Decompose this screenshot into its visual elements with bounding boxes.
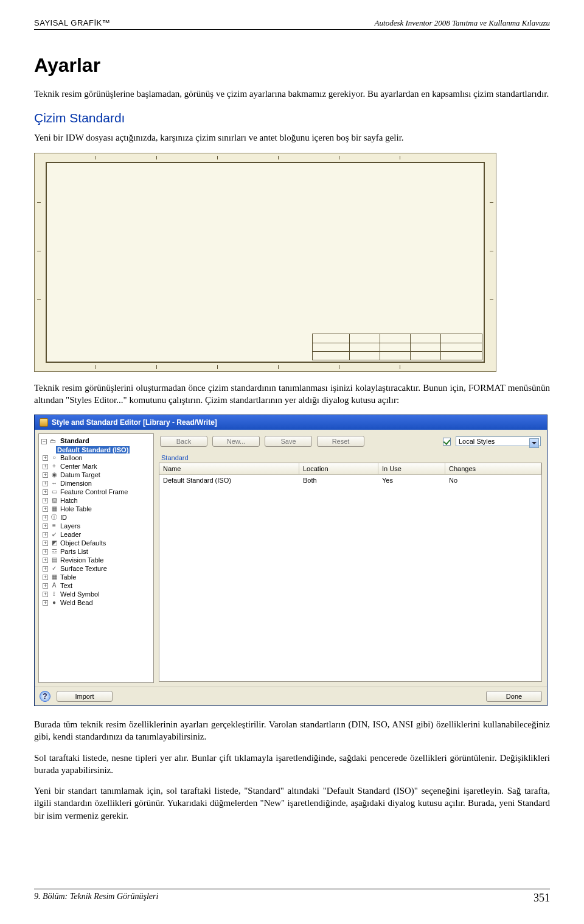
tree-item[interactable]: +AText	[41, 581, 152, 590]
tree-selected-label: Default Standard (ISO)	[56, 446, 130, 453]
expand-icon[interactable]: +	[43, 532, 48, 537]
tree-item[interactable]: +≡Layers	[41, 522, 152, 530]
drawing-border	[46, 162, 485, 363]
tree-item[interactable]: +ⒾID	[41, 513, 152, 522]
expand-icon[interactable]: +	[43, 600, 48, 606]
expand-icon[interactable]: +	[43, 549, 48, 555]
list-row[interactable]: Default Standard (ISO) Both Yes No	[159, 475, 541, 486]
tree-item-label: Dimension	[60, 480, 92, 487]
expand-icon[interactable]: +	[43, 541, 48, 546]
tree-item[interactable]: +↔Dimension	[41, 479, 152, 488]
tree-item-label: ID	[60, 514, 67, 521]
col-name[interactable]: Name	[159, 463, 299, 474]
filter-checkbox[interactable]	[443, 438, 451, 446]
tree-item-label: Surface Texture	[60, 565, 107, 572]
footer-chapter: 9. Bölüm: Teknik Resim Görünüşleri	[34, 892, 158, 905]
expand-icon[interactable]: +	[43, 481, 48, 486]
col-inuse[interactable]: In Use	[378, 463, 445, 474]
section-heading: Çizim Standardı	[34, 111, 550, 125]
tree-item-label: Hatch	[60, 497, 78, 504]
tree-type-icon: ●	[50, 599, 58, 606]
page-header: SAYISAL GRAFİK™ Autodesk Inventor 2008 T…	[34, 18, 550, 28]
tree-item[interactable]: +○Balloon	[41, 453, 152, 462]
expand-icon[interactable]: +	[43, 583, 48, 589]
tree-item[interactable]: +◩Object Defaults	[41, 539, 152, 547]
tree-type-icon: ▨	[50, 497, 58, 504]
tree-type-icon: A	[50, 582, 58, 589]
tree-item[interactable]: +▨Hatch	[41, 496, 152, 505]
reset-button[interactable]: Reset	[317, 436, 364, 447]
dialog-titlebar: Style and Standard Editor [Library - Rea…	[35, 415, 547, 430]
tree-item-label: Object Defaults	[60, 539, 106, 547]
help-icon[interactable]: ?	[40, 691, 50, 702]
drawing-sheet-figure	[34, 153, 496, 372]
col-changes[interactable]: Changes	[445, 463, 541, 474]
tree-item[interactable]: +☲Parts List	[41, 547, 152, 556]
expand-icon[interactable]: +	[43, 455, 48, 461]
tree-item[interactable]: +✓Surface Texture	[41, 564, 152, 573]
expand-icon[interactable]: +	[43, 566, 48, 572]
tree-type-icon: ◉	[50, 471, 58, 478]
footer-page-number: 351	[534, 892, 550, 905]
tree-item[interactable]: +▤Revision Table	[41, 556, 152, 564]
tree-selected-item[interactable]: Default Standard (ISO)	[40, 446, 152, 453]
expand-icon[interactable]: +	[43, 575, 48, 580]
new-button[interactable]: New...	[212, 436, 260, 447]
style-tree[interactable]: − 🗀 Standard Default Standard (ISO) +○Ba…	[38, 433, 154, 683]
header-rule	[34, 29, 550, 30]
expand-icon[interactable]: +	[43, 464, 48, 469]
expand-icon[interactable]: +	[43, 523, 48, 529]
tree-item-label: Weld Bead	[60, 599, 93, 606]
tree-item[interactable]: +↙Leader	[41, 530, 152, 539]
tree-item-label: Leader	[60, 531, 81, 538]
expand-icon[interactable]: +	[43, 498, 48, 503]
save-button[interactable]: Save	[265, 436, 312, 447]
tree-type-icon: ▤	[50, 556, 58, 564]
import-button[interactable]: Import	[57, 691, 113, 702]
tree-type-icon: ↔	[50, 480, 58, 487]
tree-type-icon: ○	[50, 454, 58, 461]
page-title: Ayarlar	[34, 54, 550, 77]
tree-item[interactable]: +▦Hole Table	[41, 505, 152, 513]
tree-item-label: Revision Table	[60, 556, 103, 564]
filter-combo-value: Local Styles	[459, 438, 495, 445]
tree-item-label: Center Mark	[60, 463, 97, 470]
tree-type-icon: +	[50, 463, 58, 470]
section-paragraph-1: Yeni bir IDW dosyası açtığınızda, karşın…	[34, 131, 550, 144]
expand-icon[interactable]: +	[43, 472, 48, 478]
expand-icon[interactable]: +	[43, 558, 48, 563]
tree-item-label: Table	[60, 573, 76, 581]
expand-icon[interactable]: +	[43, 592, 48, 597]
collapse-icon[interactable]: −	[41, 439, 47, 444]
tree-type-icon: Ⓘ	[50, 514, 58, 521]
paragraph-6: Yeni bir standart tanımlamak için, sol t…	[34, 785, 550, 822]
panel-group-label: Standard	[161, 454, 543, 461]
list-header: Name Location In Use Changes	[159, 463, 541, 475]
style-list[interactable]: Name Location In Use Changes Default Sta…	[159, 463, 542, 682]
tree-item[interactable]: ++Center Mark	[41, 462, 152, 471]
expand-icon[interactable]: +	[43, 515, 48, 520]
header-right: Autodesk Inventor 2008 Tanıtma ve Kullan…	[375, 18, 550, 28]
tree-item[interactable]: +⟟Weld Symbol	[41, 590, 152, 598]
done-button[interactable]: Done	[486, 691, 542, 702]
tree-item[interactable]: +▭Feature Control Frame	[41, 488, 152, 496]
tree-item-label: Weld Symbol	[60, 590, 100, 598]
back-button[interactable]: Back	[160, 436, 207, 447]
tree-item[interactable]: +●Weld Bead	[41, 598, 152, 607]
tree-item[interactable]: +◉Datum Target	[41, 471, 152, 479]
tree-type-icon: ↙	[50, 531, 58, 538]
cell-changes: No	[445, 475, 541, 486]
tree-type-icon: ✓	[50, 565, 58, 572]
intro-paragraph: Teknik resim görünüşlerine başlamadan, g…	[34, 88, 550, 100]
filter-combo[interactable]: Local Styles	[456, 436, 541, 446]
tree-type-icon: ≡	[50, 522, 58, 530]
tree-type-icon: ☲	[50, 548, 58, 555]
expand-icon[interactable]: +	[43, 489, 48, 495]
expand-icon[interactable]: +	[43, 506, 48, 512]
tree-item[interactable]: +▦Table	[41, 573, 152, 581]
tree-item-label: Parts List	[60, 548, 88, 555]
dialog-footer: ? Import Done	[35, 687, 547, 705]
col-location[interactable]: Location	[299, 463, 378, 474]
paragraph-4: Burada tüm teknik resim özelliklerinin a…	[34, 718, 550, 743]
tree-root[interactable]: − 🗀 Standard	[40, 436, 152, 446]
